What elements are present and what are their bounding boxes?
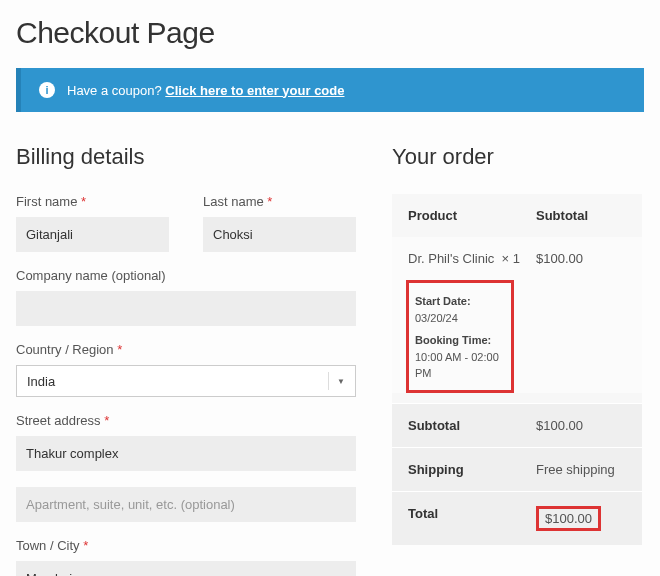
country-selected-value: India bbox=[27, 374, 55, 389]
label-text: First name bbox=[16, 194, 77, 209]
coupon-banner[interactable]: i Have a coupon? Click here to enter you… bbox=[16, 68, 644, 112]
country-label: Country / Region * bbox=[16, 342, 356, 357]
total-value-highlight: $100.00 bbox=[536, 506, 601, 531]
coupon-link[interactable]: Click here to enter your code bbox=[165, 83, 344, 98]
subtotal-row: Subtotal $100.00 bbox=[392, 403, 642, 447]
booking-details-highlight: Start Date: 03/20/24 Booking Time: 10:00… bbox=[406, 280, 514, 393]
booking-time-value: 10:00 AM - 02:00 PM bbox=[415, 349, 505, 382]
company-input[interactable] bbox=[16, 291, 356, 326]
product-name: Dr. Phil's Clinic bbox=[408, 251, 494, 266]
last-name-input[interactable] bbox=[203, 217, 356, 252]
start-date-label: Start Date: bbox=[415, 293, 505, 310]
street-label: Street address * bbox=[16, 413, 356, 428]
subtotal-value: $100.00 bbox=[536, 418, 626, 433]
label-text: Town / City bbox=[16, 538, 80, 553]
page-title: Checkout Page bbox=[16, 16, 644, 50]
chevron-down-icon: ▼ bbox=[328, 372, 345, 390]
required-marker: * bbox=[117, 342, 122, 357]
order-summary-table: Product Subtotal Dr. Phil's Clinic × 1 $… bbox=[392, 194, 642, 545]
street-address-2-input[interactable] bbox=[16, 487, 356, 522]
label-text: Street address bbox=[16, 413, 101, 428]
city-input[interactable] bbox=[16, 561, 356, 576]
shipping-row: Shipping Free shipping bbox=[392, 447, 642, 491]
required-marker: * bbox=[81, 194, 86, 209]
booking-time-label: Booking Time: bbox=[415, 332, 505, 349]
required-marker: * bbox=[83, 538, 88, 553]
country-select[interactable]: India ▼ bbox=[16, 365, 356, 397]
billing-heading: Billing details bbox=[16, 144, 356, 170]
start-date-value: 03/20/24 bbox=[415, 310, 505, 327]
info-icon: i bbox=[39, 82, 55, 98]
col-subtotal: Subtotal bbox=[536, 208, 626, 223]
total-label: Total bbox=[408, 506, 536, 531]
required-marker: * bbox=[104, 413, 109, 428]
product-qty: × 1 bbox=[502, 251, 520, 266]
col-product: Product bbox=[408, 208, 536, 223]
last-name-label: Last name * bbox=[203, 194, 356, 209]
product-price: $100.00 bbox=[536, 251, 626, 266]
shipping-label: Shipping bbox=[408, 462, 536, 477]
city-label: Town / City * bbox=[16, 538, 356, 553]
subtotal-label: Subtotal bbox=[408, 418, 536, 433]
coupon-prompt: Have a coupon? bbox=[67, 83, 162, 98]
shipping-value: Free shipping bbox=[536, 462, 626, 477]
coupon-text: Have a coupon? Click here to enter your … bbox=[67, 83, 344, 98]
label-text: Last name bbox=[203, 194, 264, 209]
company-label: Company name (optional) bbox=[16, 268, 356, 283]
first-name-input[interactable] bbox=[16, 217, 169, 252]
total-row: Total $100.00 bbox=[392, 491, 642, 545]
order-line-item: Dr. Phil's Clinic × 1 $100.00 bbox=[392, 237, 642, 280]
required-marker: * bbox=[267, 194, 272, 209]
order-heading: Your order bbox=[392, 144, 642, 170]
street-address-1-input[interactable] bbox=[16, 436, 356, 471]
first-name-label: First name * bbox=[16, 194, 169, 209]
label-text: Country / Region bbox=[16, 342, 114, 357]
